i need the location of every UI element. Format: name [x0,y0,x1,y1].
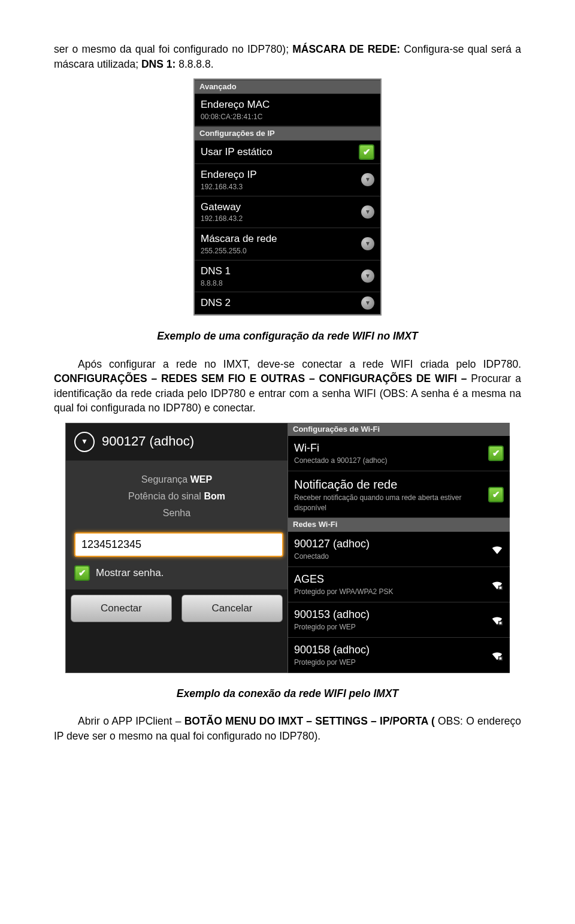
caption-shot2: Exemplo da conexão da rede WIFI pelo IMX… [54,686,521,701]
network-item-900158[interactable]: 900158 (adhoc) Protegido por WEP [288,638,510,673]
connect-dialog: 900127 (adhoc) Segurança WEP Potência do… [65,423,288,673]
wifi-sub: Conectado a 900127 (adhoc) [294,456,488,466]
row-wifi-toggle[interactable]: Wi-Fi Conectado a 900127 (adhoc) [288,436,510,471]
network-item-ages[interactable]: AGES Protegido por WPA/WPA2 PSK [288,567,510,602]
security-line: Segurança WEP [74,473,279,486]
intro-text-e: 8.8.8.8. [178,58,213,70]
intro-paragraph: ser o mesmo da qual foi configurado no I… [54,42,521,71]
checkbox-wifi-on[interactable] [488,446,504,461]
p2-a: Após configurar a rede no IMXT, deve-se … [78,358,521,370]
row-gateway[interactable]: Gateway 192.168.43.2 [195,196,380,229]
signal-value: Bom [204,491,225,501]
intro-mascara-bold: MÁSCARA DE REDE: [292,43,400,55]
wifi-signal-locked-icon [491,578,504,591]
dialog-header: 900127 (adhoc) [66,423,288,461]
show-password-label: Mostrar senha. [96,566,164,580]
signal-line: Potência do sinal Bom [74,490,279,503]
ip-value: 192.168.43.3 [201,182,361,192]
row-network-notification[interactable]: Notificação de rede Receber notificação … [288,471,510,519]
chevron-down-icon [361,269,374,283]
security-value: WEP [190,474,212,484]
gateway-value: 192.168.43.2 [201,214,361,224]
wifi-networks-header: Redes Wi-Fi [288,518,510,531]
checkbox-notification[interactable] [488,487,504,502]
wifi-signal-locked-icon [491,649,504,662]
row-netmask[interactable]: Máscara de rede 255.255.255.0 [195,228,380,260]
ip-title: Endereço IP [201,168,361,182]
paragraph-app: Abrir o APP IPClient – BOTÃO MENU DO IMX… [54,714,521,743]
net2-title: AGES [294,572,487,587]
chevron-down-icon [361,296,374,310]
intro-dns-bold: DNS 1: [141,58,175,70]
static-ip-title: Usar IP estático [201,145,359,159]
p3-b: BOTÃO MENU DO IMXT – SETTINGS – IP/PORTA… [184,715,435,727]
header-avancado: Avançado [195,80,380,94]
notif-sub: Receber notificação quando uma rede aber… [294,493,488,513]
dns2-title: DNS 2 [201,296,361,310]
mac-value: 00:08:CA:2B:41:1C [201,112,374,122]
show-password-row[interactable]: Mostrar senha. [74,565,279,581]
wifi-title: Wi-Fi [294,441,488,456]
checkbox-static-ip[interactable] [359,144,374,160]
network-item-900153[interactable]: 900153 (adhoc) Protegido por WEP [288,602,510,638]
dialog-title: 900127 (adhoc) [102,432,194,451]
dns1-title: DNS 1 [201,264,361,278]
chevron-down-icon [74,432,95,452]
wifi-signal-icon [491,543,504,556]
netmask-value: 255.255.255.0 [201,246,361,256]
p2-b: CONFIGURAÇÕES – REDES SEM FIO E OUTRAS –… [54,372,471,384]
row-static-ip[interactable]: Usar IP estático [195,141,380,164]
wifi-signal-locked-icon [491,613,504,626]
signal-label: Potência do sinal [128,491,201,501]
notif-title: Notificação de rede [294,476,488,493]
screenshot-wifi-pair: 900127 (adhoc) Segurança WEP Potência do… [54,423,521,673]
row-dns2[interactable]: DNS 2 [195,292,380,314]
row-dns1[interactable]: DNS 1 8.8.8.8 [195,260,380,293]
caption-shot1: Exemplo de uma configuração da rede WIFI… [54,329,521,344]
p3-a: Abrir o APP IPClient – [78,715,184,727]
dialog-button-row: Conectar Cancelar [66,589,288,627]
wifi-settings-header: Configurações de Wi-Fi [288,423,510,436]
net1-title: 900127 (adhoc) [294,537,487,552]
gateway-title: Gateway [201,200,361,214]
wifi-settings-panel: Configurações de Wi-Fi Wi-Fi Conectado a… [288,423,510,673]
row-mac[interactable]: Endereço MAC 00:08:CA:2B:41:1C [195,94,380,126]
screenshot-advanced-settings: Avançado Endereço MAC 00:08:CA:2B:41:1C … [54,78,521,316]
password-label: Senha [74,507,279,520]
paragraph-connect: Após configurar a rede no IMXT, deve-se … [54,357,521,416]
dns1-value: 8.8.8.8 [201,278,361,289]
chevron-down-icon [361,237,374,250]
net2-sub: Protegido por WPA/WPA2 PSK [294,587,487,597]
netmask-title: Máscara de rede [201,232,361,246]
chevron-down-icon [361,173,374,186]
network-item-900127[interactable]: 900127 (adhoc) Conectado [288,532,510,567]
connect-button[interactable]: Conectar [71,595,172,622]
intro-text-a: ser o mesmo da qual foi configurado no I… [54,43,292,55]
header-ip-config: Configurações de IP [195,126,380,141]
cancel-button[interactable]: Cancelar [181,595,283,622]
net4-title: 900158 (adhoc) [294,643,487,658]
net4-sub: Protegido por WEP [294,658,487,668]
mac-title: Endereço MAC [201,98,374,112]
password-input[interactable] [74,532,283,557]
chevron-down-icon [361,205,374,219]
net3-title: 900153 (adhoc) [294,607,487,622]
net1-sub: Conectado [294,552,487,562]
security-label: Segurança [141,474,187,484]
checkbox-show-password[interactable] [74,565,90,581]
row-ip-address[interactable]: Endereço IP 192.168.43.3 [195,164,380,196]
net3-sub: Protegido por WEP [294,622,487,632]
